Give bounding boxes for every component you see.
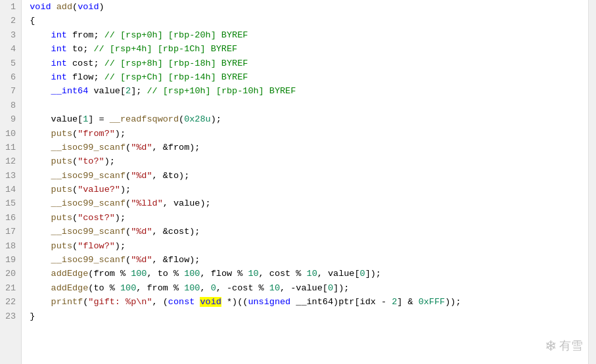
token-fn: puts bbox=[51, 241, 72, 251]
token-fn: __isoc99_scanf bbox=[51, 255, 126, 265]
token-plain: ]); bbox=[333, 283, 349, 293]
token-fn: addEdge bbox=[51, 283, 89, 293]
token-str: "gift: %p\n" bbox=[88, 297, 152, 307]
token-plain: ); bbox=[120, 185, 131, 194]
token-plain: ( bbox=[72, 185, 78, 194]
token-plain: , value); bbox=[163, 198, 211, 208]
line-number-16: 16 bbox=[5, 211, 16, 225]
token-plain: ( bbox=[126, 227, 131, 237]
token-kw: int bbox=[51, 30, 67, 40]
token-str: "from?" bbox=[78, 129, 115, 139]
token-plain: , value[ bbox=[317, 269, 360, 279]
line-number-4: 4 bbox=[5, 42, 16, 56]
token-plain: , from % bbox=[136, 283, 184, 293]
token-kw: int bbox=[51, 44, 67, 54]
code-line-21: addEdge(to % 100, from % 100, 0, -cost %… bbox=[30, 281, 588, 295]
code-line-20: addEdge(from % 100, to % 100, flow % 10,… bbox=[30, 267, 588, 281]
token-plain: from; bbox=[67, 30, 104, 40]
token-plain bbox=[30, 156, 51, 166]
token-plain: ( bbox=[72, 2, 78, 12]
token-plain: ); bbox=[211, 114, 221, 124]
token-plain: , to % bbox=[147, 269, 184, 279]
token-num: 0 bbox=[328, 283, 333, 293]
token-plain bbox=[30, 185, 51, 194]
token-str: "%d" bbox=[131, 227, 152, 237]
token-plain: cost; bbox=[67, 58, 104, 68]
token-plain bbox=[30, 86, 51, 96]
token-str: "to?" bbox=[78, 156, 104, 166]
line-number-17: 17 bbox=[5, 225, 16, 239]
line-number-22: 22 bbox=[5, 295, 16, 309]
code-area[interactable]: void add(void){ int from; // [rsp+0h] [r… bbox=[22, 0, 588, 364]
line-number-19: 19 bbox=[5, 253, 16, 267]
token-kw: void bbox=[30, 2, 51, 12]
code-line-12: puts("to?"); bbox=[30, 154, 588, 168]
token-plain bbox=[30, 227, 51, 237]
token-kw: int bbox=[51, 58, 67, 68]
watermark-icon: ❄ bbox=[545, 335, 557, 357]
token-plain: (to % bbox=[88, 283, 120, 293]
token-plain: ( bbox=[72, 156, 78, 166]
token-plain: , &cost); bbox=[152, 227, 200, 237]
token-fn: printf bbox=[51, 297, 83, 307]
token-fn: __isoc99_scanf bbox=[51, 198, 126, 208]
token-plain: value[ bbox=[88, 86, 126, 96]
token-plain: ( bbox=[72, 129, 78, 139]
token-num: 0x28u bbox=[184, 114, 211, 124]
token-plain: *)(( bbox=[221, 297, 248, 307]
token-fn: __isoc99_scanf bbox=[51, 171, 126, 181]
line-number-8: 8 bbox=[5, 99, 16, 112]
token-plain: , &flow); bbox=[152, 255, 200, 265]
code-line-16: puts("cost?"); bbox=[30, 211, 588, 225]
token-num: 10 bbox=[269, 283, 280, 293]
token-plain bbox=[30, 58, 51, 68]
token-plain bbox=[30, 283, 51, 293]
line-number-6: 6 bbox=[5, 70, 16, 84]
token-plain: to; bbox=[67, 44, 94, 54]
token-fn: puts bbox=[51, 213, 72, 223]
token-plain: ( bbox=[179, 114, 184, 124]
line-number-3: 3 bbox=[5, 28, 16, 42]
token-plain: ] & bbox=[397, 297, 418, 307]
token-str: "%d" bbox=[131, 171, 152, 181]
token-plain: ( bbox=[72, 241, 78, 251]
token-kw: unsigned bbox=[248, 297, 290, 307]
token-plain: ); bbox=[115, 129, 126, 139]
code-line-15: __isoc99_scanf("%lld", value); bbox=[30, 196, 588, 210]
code-line-7: __int64 value[2]; // [rsp+10h] [rbp-10h]… bbox=[30, 84, 588, 98]
token-plain bbox=[30, 30, 51, 40]
token-plain: (from % bbox=[88, 269, 131, 279]
token-str: "%d" bbox=[131, 255, 152, 265]
token-plain: ( bbox=[126, 143, 131, 152]
token-str: "%lld" bbox=[131, 198, 163, 208]
token-plain bbox=[51, 2, 57, 12]
code-line-23: } bbox=[30, 309, 588, 323]
token-plain: ( bbox=[126, 171, 131, 181]
token-plain: flow; bbox=[67, 72, 104, 82]
line-number-11: 11 bbox=[5, 141, 16, 154]
line-number-21: 21 bbox=[5, 281, 16, 295]
token-plain: ( bbox=[126, 255, 131, 265]
token-fn: __readfsqword bbox=[110, 114, 179, 124]
token-fn: puts bbox=[51, 185, 72, 194]
scrollbar[interactable] bbox=[588, 0, 596, 364]
token-plain bbox=[30, 44, 51, 54]
token-plain bbox=[30, 198, 51, 208]
token-plain bbox=[30, 143, 51, 152]
code-line-8 bbox=[30, 99, 588, 112]
token-plain bbox=[30, 171, 51, 181]
highlighted-void: void bbox=[200, 297, 221, 307]
token-num: 100 bbox=[184, 269, 200, 279]
code-line-22: printf("gift: %p\n", (const void *)((uns… bbox=[30, 295, 588, 309]
token-plain bbox=[30, 269, 51, 279]
token-plain bbox=[30, 129, 51, 139]
code-container: 1234567891011121314151617181920212223 vo… bbox=[0, 0, 596, 364]
token-str: "%d" bbox=[131, 143, 152, 152]
token-plain: ); bbox=[104, 156, 115, 166]
code-line-10: puts("from?"); bbox=[30, 127, 588, 141]
line-number-1: 1 bbox=[5, 0, 16, 14]
code-line-14: puts("value?"); bbox=[30, 183, 588, 196]
line-number-20: 20 bbox=[5, 267, 16, 281]
token-str: "cost?" bbox=[78, 213, 115, 223]
watermark: ❄ 有雪 bbox=[545, 335, 583, 357]
